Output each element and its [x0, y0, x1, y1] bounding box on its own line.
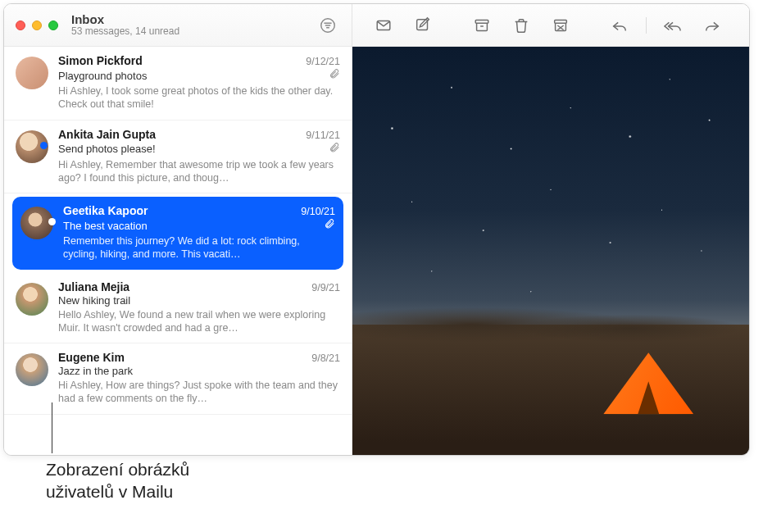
reply-all-button[interactable] [655, 12, 691, 39]
message-date: 9/12/21 [306, 56, 340, 67]
sidebar-titlebar: Inbox 53 messages, 14 unread [4, 4, 352, 47]
junk-icon [552, 16, 570, 34]
message-preview: Hi Ashley, I took some great photos of t… [58, 84, 340, 111]
message-preview: Hi Ashley, How are things? Just spoke wi… [58, 379, 340, 406]
message-subject: Send photos please! [58, 143, 324, 155]
message-body: Geetika Kapoor9/10/21The best vacationRe… [63, 204, 335, 261]
compose-button[interactable] [405, 12, 441, 39]
reply-button[interactable] [602, 12, 638, 39]
svg-rect-8 [555, 20, 567, 23]
attachment-icon [324, 218, 335, 233]
toolbar-separator [646, 17, 647, 34]
window-zoom-button[interactable] [48, 20, 58, 30]
message-body: Simon Pickford9/12/21Playground photosHi… [58, 54, 340, 111]
message-preview: Remember this journey? We did a lot: roc… [63, 234, 335, 261]
junk-button[interactable] [543, 12, 579, 39]
window-minimize-button[interactable] [32, 20, 42, 30]
sender-avatar [16, 353, 48, 386]
message-body: Ankita Jain Gupta9/11/21Send photos plea… [58, 128, 340, 185]
filter-button[interactable] [316, 13, 340, 38]
content-pane [352, 4, 749, 455]
message-subject: Playground photos [58, 70, 324, 82]
callout-line-1: Zobrazení obrázků [46, 460, 189, 479]
message-list[interactable]: Simon Pickford9/12/21Playground photosHi… [4, 47, 352, 455]
message-preview: Hi Ashley, Remember that awesome trip we… [58, 158, 340, 185]
delete-button[interactable] [503, 12, 539, 39]
message-body: Eugene Kim9/8/21Jazz in the parkHi Ashle… [58, 351, 340, 406]
trash-icon [512, 16, 530, 34]
attachment-icon [329, 142, 340, 157]
sender-name: Eugene Kim [58, 351, 305, 364]
message-preview: Hello Ashley, We found a new trail when … [58, 308, 340, 335]
message-list-pane: Inbox 53 messages, 14 unread Simon Pickf… [4, 4, 352, 455]
sender-name: Simon Pickford [58, 54, 299, 67]
callout-line-2: uživatelů v Mailu [46, 482, 173, 501]
compose-icon [414, 16, 432, 34]
callout-leader-line [52, 402, 52, 453]
message-row[interactable]: Simon Pickford9/12/21Playground photosHi… [4, 47, 352, 120]
toolbar [352, 4, 749, 47]
message-body: Juliana Mejia9/9/21New hiking trailHello… [58, 280, 340, 335]
message-subject: Jazz in the park [58, 365, 340, 377]
mailbox-name: Inbox [71, 12, 309, 26]
tent [603, 352, 693, 414]
mark-read-button[interactable] [366, 12, 402, 39]
message-row[interactable]: Eugene Kim9/8/21Jazz in the parkHi Ashle… [4, 343, 352, 415]
message-date: 9/11/21 [306, 130, 340, 141]
mail-window: Inbox 53 messages, 14 unread Simon Pickf… [3, 3, 750, 456]
sender-name: Ankita Jain Gupta [58, 128, 299, 141]
message-row[interactable]: Juliana Mejia9/9/21New hiking trailHello… [4, 273, 352, 344]
message-row[interactable]: Geetika Kapoor9/10/21The best vacationRe… [12, 197, 343, 270]
callout-text: Zobrazení obrázků uživatelů v Mailu [46, 458, 189, 503]
mailbox-count: 53 messages, 14 unread [71, 26, 309, 38]
envelope-icon [375, 16, 393, 34]
sender-name: Juliana Mejia [58, 280, 305, 293]
attachment-icon [329, 68, 340, 83]
forward-button[interactable] [694, 12, 730, 39]
message-subject: The best vacation [63, 220, 319, 232]
message-date: 9/8/21 [311, 352, 340, 364]
forward-icon [703, 16, 721, 34]
unread-indicator [40, 142, 48, 149]
reply-icon [611, 16, 629, 34]
unread-indicator [48, 218, 56, 225]
window-controls [16, 20, 58, 30]
mailbox-title: Inbox 53 messages, 14 unread [71, 12, 309, 38]
message-row[interactable]: Ankita Jain Gupta9/11/21Send photos plea… [4, 120, 352, 194]
svg-rect-6 [475, 20, 488, 23]
sender-name: Geetika Kapoor [63, 204, 294, 217]
sender-avatar [16, 57, 48, 89]
message-date: 9/9/21 [311, 282, 340, 293]
filter-icon [319, 16, 337, 34]
svg-rect-5 [417, 19, 428, 30]
archive-icon [473, 16, 491, 34]
message-subject: New hiking trail [58, 294, 340, 307]
message-date: 9/10/21 [301, 206, 335, 217]
window-close-button[interactable] [16, 20, 25, 30]
archive-button[interactable] [464, 12, 500, 39]
attachment-preview [352, 47, 749, 455]
sender-avatar [16, 283, 48, 316]
reply-all-icon [663, 16, 683, 34]
